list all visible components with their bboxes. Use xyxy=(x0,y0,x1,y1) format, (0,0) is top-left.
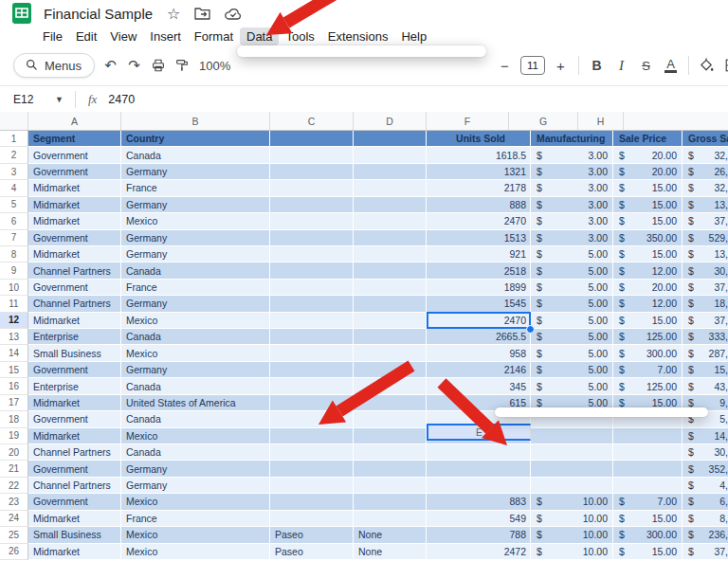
cell[interactable]: Paseo xyxy=(270,527,354,543)
increase-font-icon[interactable]: + xyxy=(549,53,573,78)
borders-icon[interactable] xyxy=(719,53,728,78)
cell[interactable]: 2146 xyxy=(427,362,531,378)
cell[interactable]: $300.00 xyxy=(613,345,682,361)
cell[interactable]: $43, xyxy=(682,378,728,394)
cell[interactable]: 2518 xyxy=(427,262,531,279)
cell[interactable] xyxy=(613,478,682,494)
cell[interactable]: 1545 xyxy=(427,296,531,312)
cell[interactable] xyxy=(270,395,354,411)
cell[interactable] xyxy=(354,262,427,279)
row-header-26[interactable]: 26 xyxy=(0,544,28,560)
cell[interactable] xyxy=(354,345,427,361)
row-header-25[interactable]: 25 xyxy=(0,527,28,543)
cell[interactable]: $125.00 xyxy=(613,378,682,394)
cell[interactable]: $15.00 xyxy=(613,180,682,196)
cell[interactable] xyxy=(354,230,427,246)
cell[interactable]: Manufacturing xyxy=(531,131,613,147)
cell[interactable] xyxy=(270,246,354,262)
column-header-g[interactable]: G xyxy=(509,112,578,130)
cell[interactable] xyxy=(270,296,354,312)
cell[interactable]: Canada xyxy=(121,444,270,461)
column-header-d[interactable]: D xyxy=(354,112,427,130)
menubar-item-edit[interactable]: Edit xyxy=(69,27,103,45)
cell[interactable]: $15.00 xyxy=(613,197,682,213)
row-header-11[interactable]: 11 xyxy=(0,296,28,312)
fill-handle[interactable] xyxy=(526,325,535,334)
cell[interactable]: Country xyxy=(121,131,270,147)
cell[interactable]: $26, xyxy=(682,164,728,180)
row-header-22[interactable]: 22 xyxy=(0,478,28,494)
cell[interactable]: Mexico xyxy=(121,544,270,560)
row-header-5[interactable]: 5 xyxy=(0,197,28,213)
row-header-1[interactable]: 1 xyxy=(0,131,28,147)
cell[interactable]: Government xyxy=(28,411,121,427)
cell[interactable]: $5.00 xyxy=(531,362,613,378)
cell[interactable]: $13, xyxy=(682,246,728,262)
column-header-a[interactable]: A xyxy=(28,112,121,130)
cell[interactable]: Mexico xyxy=(121,494,270,510)
cell[interactable]: Mexico xyxy=(121,345,270,361)
menubar-item-view[interactable]: View xyxy=(103,27,143,45)
cell[interactable]: $3.00 xyxy=(531,230,613,246)
cell[interactable]: $350.00 xyxy=(613,230,682,246)
cell[interactable]: $20.00 xyxy=(613,280,682,296)
cell[interactable]: $5.00 xyxy=(531,329,613,345)
cell[interactable]: Government xyxy=(28,280,121,296)
cell[interactable]: Mexico xyxy=(121,428,270,444)
cell[interactable]: Midmarket xyxy=(28,313,121,329)
column-header-e[interactable]: E xyxy=(427,424,531,441)
cell[interactable] xyxy=(354,147,427,163)
cell[interactable]: Germany xyxy=(121,197,270,213)
cell[interactable]: Canada xyxy=(121,378,270,394)
menubar-item-format[interactable]: Format xyxy=(188,27,240,45)
row-header-9[interactable]: 9 xyxy=(0,262,28,279)
cell[interactable]: Germany xyxy=(121,362,270,378)
cell[interactable]: Government xyxy=(28,461,121,477)
cell[interactable]: $5.00 xyxy=(531,296,613,312)
cell[interactable]: Channel Partners xyxy=(28,478,121,494)
text-color-button[interactable]: A xyxy=(659,53,682,78)
cell[interactable]: Mexico xyxy=(121,313,270,329)
cloud-status-icon[interactable] xyxy=(225,8,242,20)
cell[interactable] xyxy=(531,461,613,477)
cell[interactable] xyxy=(270,147,354,163)
cell[interactable] xyxy=(354,296,427,312)
cell[interactable]: France xyxy=(121,511,270,527)
cell[interactable]: $5.00 xyxy=(531,313,613,329)
cell[interactable]: 1618.5 xyxy=(427,147,531,163)
cell[interactable]: $4, xyxy=(682,478,728,494)
cell[interactable] xyxy=(270,478,354,494)
cell[interactable]: Midmarket xyxy=(28,544,121,560)
cell[interactable]: Germany xyxy=(121,246,270,262)
cell[interactable] xyxy=(354,494,427,510)
cell[interactable]: $30, xyxy=(682,444,728,461)
cell[interactable]: 549 xyxy=(427,511,531,527)
cell[interactable] xyxy=(270,230,354,246)
cell[interactable]: None xyxy=(354,527,427,543)
cell[interactable]: Paseo xyxy=(270,544,354,560)
paint-format-icon[interactable] xyxy=(170,53,193,78)
cell[interactable] xyxy=(531,444,613,461)
row-header-15[interactable]: 15 xyxy=(0,362,28,378)
cell[interactable]: $32, xyxy=(682,147,728,163)
cell[interactable] xyxy=(354,511,427,527)
cell[interactable] xyxy=(354,313,427,329)
cell[interactable]: $5.00 xyxy=(531,345,613,361)
cell[interactable]: 1321 xyxy=(427,164,531,180)
cell[interactable] xyxy=(354,478,427,494)
cell[interactable] xyxy=(270,511,354,527)
row-header-13[interactable]: 13 xyxy=(0,329,28,345)
cell[interactable]: Midmarket xyxy=(28,180,121,196)
cell[interactable]: 2665.5 xyxy=(427,329,531,345)
cell[interactable]: Small Business xyxy=(28,345,121,361)
cell[interactable] xyxy=(354,180,427,196)
cell[interactable]: Germany xyxy=(121,461,270,477)
cell[interactable]: Canada xyxy=(121,262,270,279)
cell[interactable] xyxy=(354,246,427,262)
cell[interactable]: Germany xyxy=(121,230,270,246)
cell[interactable]: $37, xyxy=(682,280,728,296)
select-all-corner[interactable] xyxy=(0,112,28,130)
cell[interactable]: Government xyxy=(28,494,121,510)
row-header-24[interactable]: 24 xyxy=(0,511,28,527)
row-header-18[interactable]: 18 xyxy=(0,411,28,427)
